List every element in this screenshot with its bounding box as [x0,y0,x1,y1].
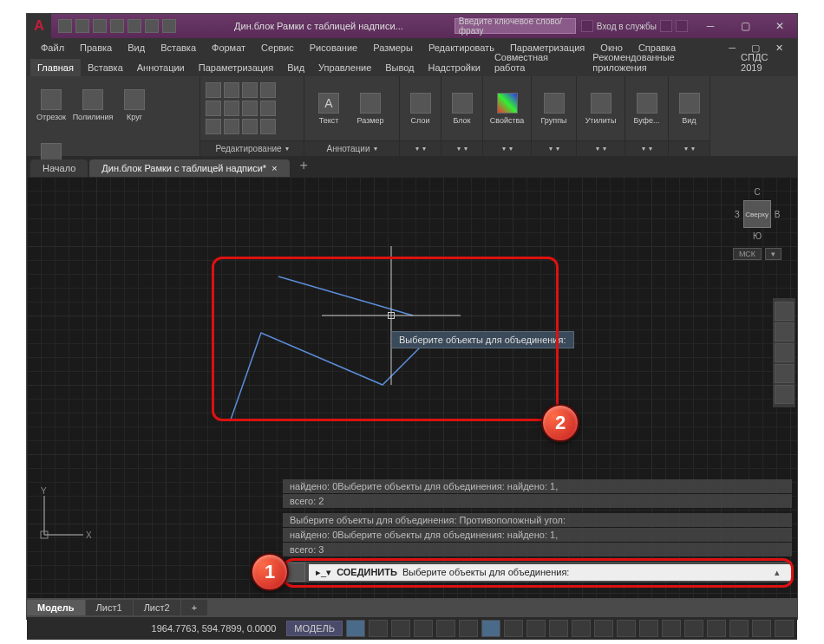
status-grid-icon[interactable] [346,620,365,637]
stretch-icon[interactable] [206,119,221,134]
ribbon-tab-insert[interactable]: Вставка [81,59,130,76]
close-button[interactable]: ✕ [762,14,797,38]
qat-open-icon[interactable] [75,19,89,33]
menu-tools[interactable]: Сервис [254,40,301,55]
status-quickprops-icon[interactable] [662,620,681,637]
status-snap-icon[interactable] [369,620,388,637]
ribbon-tab-spds[interactable]: СПДС 2019 [734,49,797,76]
trim-icon[interactable] [242,82,258,98]
nav-zoom-icon[interactable] [775,343,794,362]
doc-tab-close-icon[interactable]: × [271,163,277,173]
copy-icon[interactable] [206,101,221,116]
status-cycling-icon[interactable] [549,620,568,637]
view-button[interactable]: Вид [674,83,704,133]
groups-button[interactable]: Группы [537,83,571,133]
drawing-area[interactable]: Выберите объекты для объединения: 2 С З … [27,177,797,598]
scale-icon[interactable] [224,119,239,134]
login-label[interactable]: Вход в службы [597,22,657,31]
status-polar-icon[interactable] [414,620,433,637]
help-search-input[interactable]: Введите ключевое слово/фразу [455,18,576,34]
layout-tab-add[interactable]: + [181,600,207,615]
dimension-button[interactable]: Размер [351,83,389,133]
wcs-label[interactable]: МСК [733,248,762,260]
panel-properties-dd[interactable]: ▾ [483,140,531,156]
help-icon[interactable] [676,20,688,32]
viewcube-east[interactable]: В [775,210,781,219]
menu-draw[interactable]: Рисование [303,40,364,55]
panel-view-dd[interactable]: ▾ [669,140,710,156]
qat-redo-icon[interactable] [162,19,176,33]
status-transparency-icon[interactable] [526,620,546,637]
move-icon[interactable] [206,82,221,98]
panel-utilities-dd[interactable]: ▾ [577,140,625,156]
doc-tab-new[interactable]: + [291,154,317,177]
status-osnap-icon[interactable] [459,620,478,637]
exchange-icon[interactable] [660,20,672,32]
viewcube-north[interactable]: С [723,187,792,197]
panel-clipboard-dd[interactable]: ▾ [625,140,668,156]
circle-button[interactable]: Круг [115,80,154,130]
layout-tab-model[interactable]: Модель [27,600,85,615]
utilities-button[interactable]: Утилиты [582,83,619,133]
menu-edit[interactable]: Правка [73,40,119,55]
maximize-button[interactable]: ▢ [728,14,762,38]
wcs-dropdown-icon[interactable]: ▾ [765,248,781,260]
user-icon[interactable] [581,20,593,32]
ribbon-tab-output[interactable]: Вывод [378,59,421,76]
qat-new-icon[interactable] [58,19,72,33]
viewcube-top[interactable]: Сверху [743,200,771,228]
properties-button[interactable]: Свойства [488,83,526,133]
nav-pan-icon[interactable] [775,322,794,342]
menu-format[interactable]: Формат [205,40,252,55]
nav-wheel-icon[interactable] [775,302,794,321]
status-coords[interactable]: 1964.7763, 594.7899, 0.0000 [145,623,284,634]
ribbon-tab-annotate[interactable]: Аннотации [130,59,192,76]
status-annomonitor-icon[interactable] [617,620,636,637]
status-ortho-icon[interactable] [391,620,410,637]
ribbon-tab-addins[interactable]: Надстройки [422,59,487,76]
status-hardware-icon[interactable] [729,620,749,637]
viewcube-south[interactable]: Ю [723,231,792,241]
clipboard-button[interactable]: Буфе... [631,83,663,133]
offset-icon[interactable] [260,119,276,134]
status-cleanscreen-icon[interactable] [752,620,771,637]
status-lwt-icon[interactable] [504,620,523,637]
ribbon-tab-home[interactable]: Главная [30,59,81,76]
status-isolate-icon[interactable] [707,620,726,637]
block-button[interactable]: Блок [447,83,477,133]
qat-plot-icon[interactable] [128,19,141,33]
panel-layers-dd[interactable]: ▾ [400,140,441,156]
ribbon-tab-collaborate[interactable]: Совместная работа [487,49,585,76]
doc-tab-current[interactable]: Дин.блок Рамки с таблицей надписи*× [89,159,289,177]
polyline-button[interactable]: Полилиния [74,80,112,130]
layout-tab-sheet2[interactable]: Лист2 [134,600,180,615]
status-otrack-icon[interactable] [481,620,500,637]
ribbon-tab-view[interactable]: Вид [280,59,311,76]
explode-icon[interactable] [260,101,276,116]
panel-modify-label[interactable]: Редактирование [200,140,304,156]
fillet-icon[interactable] [242,101,258,116]
status-lockui-icon[interactable] [684,620,703,637]
viewcube-west[interactable]: З [735,210,740,219]
menu-view[interactable]: Вид [121,40,152,55]
status-workspace-icon[interactable] [594,620,613,637]
ribbon-tab-featured[interactable]: Рекомендованные приложения [585,49,734,76]
qat-saveas-icon[interactable] [110,19,124,33]
rotate-icon[interactable] [224,82,239,98]
panel-groups-dd[interactable]: ▾ [532,140,576,156]
menu-insert[interactable]: Вставка [154,40,203,55]
nav-orbit-icon[interactable] [775,364,794,383]
qat-save-icon[interactable] [93,19,107,33]
status-isodraft-icon[interactable] [436,620,455,637]
nav-showmotion-icon[interactable] [775,385,794,404]
app-logo[interactable]: A [27,14,51,38]
menu-file[interactable]: Файл [34,40,71,55]
line-button[interactable]: Отрезок [32,80,70,130]
panel-block-dd[interactable]: ▾ [441,140,482,156]
layout-tab-sheet1[interactable]: Лист1 [86,600,133,615]
status-annoscale-icon[interactable] [572,620,591,637]
menu-dimension[interactable]: Размеры [366,40,420,55]
mirror-icon[interactable] [224,101,239,116]
layers-button[interactable]: Слои [405,83,435,133]
viewcube[interactable]: С З Сверху В Ю МСК▾ [723,187,792,283]
